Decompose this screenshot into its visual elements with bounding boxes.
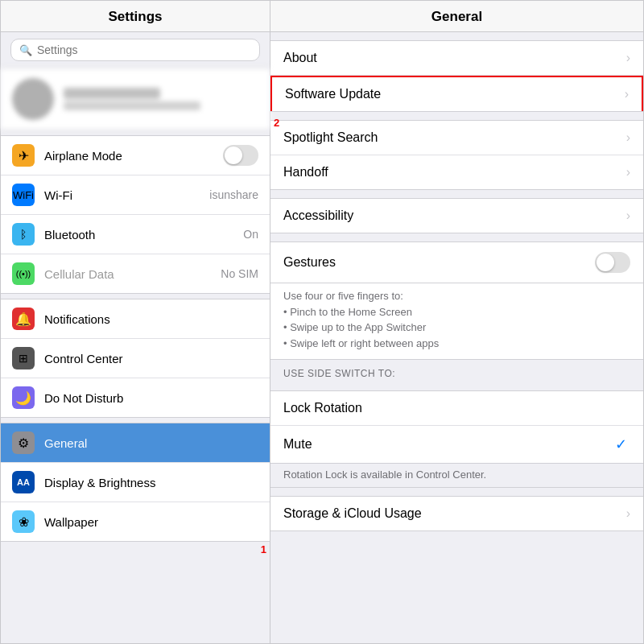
airplane-mode-icon: ✈ xyxy=(12,144,35,167)
sidebar: Settings 🔍 ✈ Airplane Mode xyxy=(1,1,270,643)
bluetooth-icon: ᛒ xyxy=(12,223,35,246)
spotlight-chevron: › xyxy=(626,130,630,145)
sidebar-item-cellular[interactable]: ((•)) Cellular Data No SIM xyxy=(1,254,270,293)
profile-text xyxy=(64,88,200,110)
spotlight-search-label: Spotlight Search xyxy=(283,130,626,145)
mute-checkmark: ✓ xyxy=(615,436,627,453)
accessibility-row[interactable]: Accessibility › xyxy=(270,199,643,233)
cellular-label: Cellular Data xyxy=(44,267,211,281)
notifications-icon: 🔔 xyxy=(12,308,35,330)
storage-row[interactable]: Storage & iCloud Usage › xyxy=(270,497,643,530)
sidebar-section-general: ⚙ General 1 AA Display & Brightness ❀ Wa… xyxy=(1,423,270,542)
avatar xyxy=(12,78,54,120)
group-gestures: Gestures xyxy=(270,242,643,283)
bluetooth-label: Bluetooth xyxy=(44,228,233,242)
do-not-disturb-icon: 🌙 xyxy=(12,386,35,409)
about-row[interactable]: About › xyxy=(270,41,643,76)
search-input-wrap[interactable]: 🔍 xyxy=(10,39,260,61)
sidebar-item-do-not-disturb[interactable]: 🌙 Do Not Disturb xyxy=(1,378,270,417)
main-panel: General About › Software Update › 2 Spot… xyxy=(270,1,643,643)
control-center-icon: ⊞ xyxy=(12,347,35,369)
gestures-toggle-knob xyxy=(597,254,614,271)
sidebar-item-wallpaper[interactable]: ❀ Wallpaper xyxy=(1,502,270,541)
about-label: About xyxy=(283,51,626,65)
gestures-label: Gestures xyxy=(283,255,595,270)
wallpaper-label: Wallpaper xyxy=(44,515,258,529)
display-icon: AA xyxy=(12,471,35,493)
rotation-lock-note: Rotation Lock is available in Control Ce… xyxy=(270,464,643,488)
airplane-mode-toggle[interactable] xyxy=(223,145,258,166)
do-not-disturb-label: Do Not Disturb xyxy=(44,391,258,405)
mute-label: Mute xyxy=(283,437,615,452)
profile-subtitle xyxy=(64,101,200,110)
cellular-icon: ((•)) xyxy=(12,262,35,285)
accessibility-label: Accessibility xyxy=(283,208,626,223)
airplane-mode-label: Airplane Mode xyxy=(44,149,213,163)
software-update-label: Software Update xyxy=(285,87,625,101)
lock-rotation-row[interactable]: Lock Rotation xyxy=(270,391,643,426)
use-side-switch-header: USE SIDE SWITCH TO: xyxy=(270,360,643,382)
sidebar-section-system: 🔔 Notifications ⊞ Control Center 🌙 Do No… xyxy=(1,299,270,418)
annotation-1: 1 xyxy=(261,543,266,555)
sidebar-item-general[interactable]: ⚙ General 1 xyxy=(1,423,270,463)
search-bar: 🔍 xyxy=(1,32,270,68)
general-label: General xyxy=(44,436,258,450)
spotlight-search-row[interactable]: Spotlight Search › xyxy=(270,121,643,155)
main-title: General xyxy=(270,1,643,32)
sidebar-item-control-center[interactable]: ⊞ Control Center xyxy=(1,339,270,378)
sidebar-title: Settings xyxy=(1,1,270,32)
annotation-2: 2 xyxy=(274,117,279,129)
software-update-chevron: › xyxy=(625,87,629,101)
general-icon: ⚙ xyxy=(12,431,35,454)
handoff-row[interactable]: Handoff › xyxy=(270,155,643,189)
storage-chevron: › xyxy=(626,506,630,521)
sidebar-item-bluetooth[interactable]: ᛒ Bluetooth On xyxy=(1,215,270,254)
cellular-value: No SIM xyxy=(221,267,258,280)
software-update-row[interactable]: Software Update › 2 xyxy=(270,76,643,111)
profile-section xyxy=(1,68,270,130)
bluetooth-value: On xyxy=(243,228,258,241)
gestures-row[interactable]: Gestures xyxy=(270,242,643,283)
display-label: Display & Brightness xyxy=(44,476,258,489)
gestures-description: Use four or five fingers to: • Pinch to … xyxy=(270,283,643,360)
profile-name xyxy=(64,88,160,99)
sidebar-section-connectivity: ✈ Airplane Mode WiFi Wi-Fi isunshare ᛒ B… xyxy=(1,135,270,294)
handoff-chevron: › xyxy=(626,165,630,180)
group-spotlight: Spotlight Search › Handoff › xyxy=(270,120,643,190)
app-container: Settings 🔍 ✈ Airplane Mode xyxy=(0,0,644,644)
wallpaper-icon: ❀ xyxy=(12,510,35,533)
wifi-label: Wi-Fi xyxy=(44,188,200,202)
main-content: About › Software Update › 2 Spotlight Se… xyxy=(270,32,643,643)
group-storage: Storage & iCloud Usage › xyxy=(270,496,643,531)
lock-rotation-label: Lock Rotation xyxy=(283,401,630,415)
sidebar-item-airplane-mode[interactable]: ✈ Airplane Mode xyxy=(1,136,270,175)
sidebar-item-wifi[interactable]: WiFi Wi-Fi isunshare xyxy=(1,175,270,215)
search-input[interactable] xyxy=(37,43,251,56)
wifi-value: isunshare xyxy=(209,188,258,201)
mute-row[interactable]: Mute ✓ xyxy=(270,426,643,463)
search-icon: 🔍 xyxy=(19,44,32,56)
notifications-label: Notifications xyxy=(44,312,258,326)
control-center-label: Control Center xyxy=(44,352,258,365)
about-chevron: › xyxy=(626,51,630,65)
group-accessibility: Accessibility › xyxy=(270,198,643,233)
toggle-knob xyxy=(225,147,242,164)
handoff-label: Handoff xyxy=(283,165,626,180)
group-side-switch: Lock Rotation Mute ✓ xyxy=(270,390,643,464)
sidebar-item-notifications[interactable]: 🔔 Notifications xyxy=(1,299,270,339)
sidebar-item-display[interactable]: AA Display & Brightness xyxy=(1,463,270,502)
storage-label: Storage & iCloud Usage xyxy=(283,506,626,521)
group-about: About › Software Update › 2 xyxy=(270,40,643,112)
accessibility-chevron: › xyxy=(626,208,630,223)
wifi-icon: WiFi xyxy=(12,184,35,206)
gestures-toggle[interactable] xyxy=(595,252,630,273)
